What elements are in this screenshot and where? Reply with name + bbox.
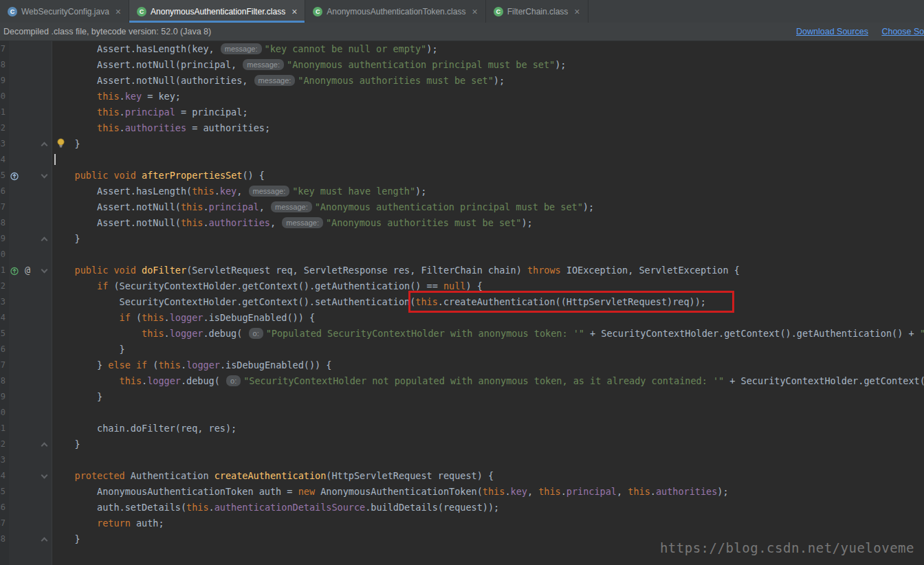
line-number: 66 (0, 184, 6, 199)
fold-marker-icon[interactable] (41, 443, 48, 450)
editor-gutter: 575859606162636465666768697071@727374757… (0, 41, 52, 565)
editor-tab-bar: CWebSecurityConfig.java×CAnonymousAuthen… (0, 0, 924, 23)
parameter-hint: message: (282, 217, 323, 228)
line-number: 77 (0, 357, 6, 373)
code-line[interactable]: this.authorities = authorities; (52, 120, 924, 136)
code-token: . (214, 186, 220, 197)
code-line[interactable]: public void afterPropertiesSet() { (52, 168, 924, 184)
code-token: "Anonymous authentication principal must… (287, 59, 555, 70)
code-token: throws (527, 265, 561, 276)
tab-filterchain-class[interactable]: CFilterChain.class× (486, 0, 588, 23)
code-line[interactable]: Assert.hasLength(key, message:"key canno… (52, 41, 924, 57)
code-line[interactable]: Assert.notNull(authorities, message:"Ano… (52, 73, 924, 89)
line-number: 75 (0, 326, 6, 342)
code-line[interactable] (52, 152, 924, 168)
code-token: Assert.hasLength( (52, 186, 192, 197)
code-token: this (142, 328, 164, 339)
tab-label: FilterChain.class (507, 7, 569, 16)
tab-anonymousauthenticationtoken-class[interactable]: CAnonymousAuthenticationToken.class× (305, 0, 485, 23)
code-line[interactable]: chain.doFilter(req, res); (52, 421, 924, 436)
code-line[interactable]: public void doFilter(ServletRequest req,… (52, 263, 924, 278)
tab-anonymousauthenticationfilter-class[interactable]: CAnonymousAuthenticationFilter.class× (129, 0, 305, 23)
code-line[interactable] (52, 247, 924, 263)
intention-lightbulb-icon[interactable] (56, 138, 65, 151)
code-token: this (538, 486, 561, 497)
code-line[interactable]: Assert.notNull(this.authorities, message… (52, 215, 924, 231)
code-token: "Anonymous authorities must be set" (298, 75, 493, 86)
code-line[interactable]: protected Authentication createAuthentic… (52, 468, 924, 484)
code-token: . (120, 107, 125, 118)
close-tab-icon[interactable]: × (116, 7, 121, 16)
code-token: logger (170, 312, 204, 323)
code-token: . (505, 486, 510, 497)
code-token: . (120, 91, 125, 102)
code-line[interactable]: this.principal = principal; (52, 104, 924, 120)
close-tab-icon[interactable]: × (574, 7, 580, 16)
fold-marker-icon[interactable] (41, 267, 48, 274)
parameter-hint: message: (249, 186, 290, 197)
code-token: else (108, 359, 131, 370)
annotation-at-icon[interactable]: @ (25, 264, 30, 277)
code-line[interactable]: AnonymousAuthenticationToken auth = new … (52, 484, 924, 500)
line-number: 85 (0, 484, 6, 500)
code-line[interactable]: Assert.hasLength(this.key, message:"key … (52, 184, 924, 199)
code-line[interactable]: Assert.notNull(principal, message:"Anony… (52, 57, 924, 73)
line-number: 73 (0, 294, 6, 310)
code-token: . (181, 359, 186, 370)
code-token: logger (170, 328, 204, 339)
code-token: . (209, 502, 214, 513)
code-line[interactable]: } (52, 436, 924, 452)
choose-sources-link[interactable]: Choose Sources… (881, 27, 924, 36)
line-number: 76 (0, 342, 6, 357)
code-token: void (113, 170, 136, 181)
code-line[interactable]: } else if (this.logger.isDebugEnabled())… (52, 357, 924, 373)
code-token: Authentication (125, 470, 214, 481)
code-line[interactable]: this.logger.debug( o:"Populated Security… (52, 326, 924, 342)
overriding-method-icon[interactable] (10, 171, 19, 184)
code-token: , (527, 486, 538, 497)
implementing-method-icon[interactable] (10, 266, 19, 278)
code-line[interactable]: } (52, 342, 924, 357)
fold-marker-icon[interactable] (41, 237, 48, 244)
code-token: ); (583, 201, 594, 212)
code-token (52, 518, 97, 529)
fold-marker-icon[interactable] (41, 142, 48, 149)
class-icon: C (494, 7, 503, 16)
code-token: (HttpServletRequest request) { (326, 470, 494, 481)
code-line[interactable]: } (52, 231, 924, 247)
code-line[interactable]: auth.setDetails(this.authenticationDetai… (52, 500, 924, 516)
code-token: if (120, 312, 131, 323)
code-token: createAuthentication (214, 470, 327, 481)
code-token: SecurityContextHolder.getContext().setAu… (52, 296, 415, 307)
code-token: authorities (209, 217, 270, 228)
code-token: this (181, 201, 204, 212)
watermark-url: https://blog.csdn.net/yueloveme (660, 540, 914, 555)
code-line[interactable]: this.logger.debug( o:"SecurityContextHol… (52, 373, 924, 389)
code-token (136, 265, 142, 276)
code-line[interactable]: return auth; (52, 516, 924, 531)
code-token: ); (494, 75, 505, 86)
code-line[interactable]: this.key = key; (52, 89, 924, 104)
code-token (52, 328, 142, 339)
tab-websecurityconfig-java[interactable]: CWebSecurityConfig.java× (0, 0, 129, 23)
code-line[interactable] (52, 452, 924, 468)
code-token (52, 312, 120, 323)
fold-marker-icon[interactable] (41, 538, 48, 544)
close-tab-icon[interactable]: × (292, 7, 297, 16)
code-line[interactable] (52, 405, 924, 421)
code-line[interactable]: } (52, 389, 924, 405)
download-sources-link[interactable]: Download Sources (796, 27, 868, 36)
code-token: this (97, 122, 120, 133)
code-token: afterPropertiesSet (142, 170, 242, 181)
tab-label: AnonymousAuthenticationToken.class (327, 7, 465, 16)
close-tab-icon[interactable]: × (472, 7, 477, 16)
code-line[interactable]: } (52, 136, 924, 152)
fold-marker-icon[interactable] (41, 172, 48, 179)
code-token: . (203, 217, 208, 228)
code-token: authenticationDetailsSource (214, 502, 365, 513)
fold-marker-icon[interactable] (41, 472, 48, 479)
code-token: chain.doFilter(req, res); (52, 423, 236, 434)
code-token: ); (426, 43, 437, 54)
code-line[interactable]: Assert.notNull(this.principal, message:"… (52, 199, 924, 215)
code-token: "Anonymous authorities must be set" (326, 217, 521, 228)
